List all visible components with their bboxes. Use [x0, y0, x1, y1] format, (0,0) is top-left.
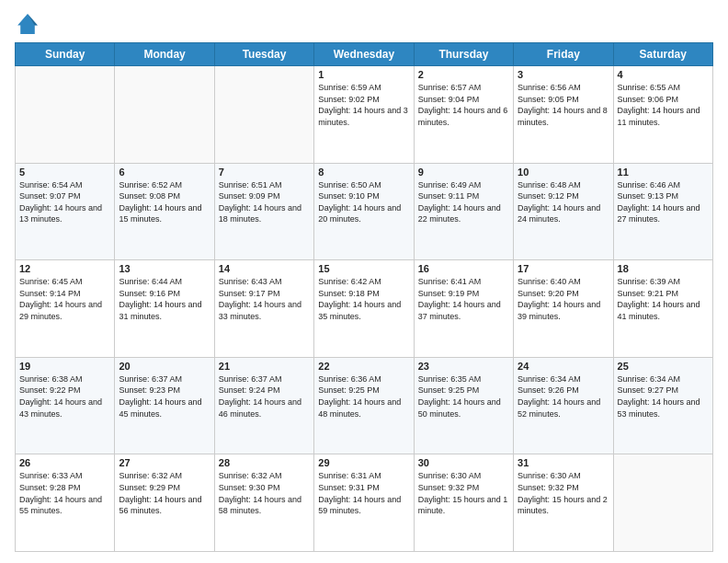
- calendar-cell: 27Sunrise: 6:32 AM Sunset: 9:29 PM Dayli…: [115, 454, 214, 552]
- day-number: 31: [518, 457, 609, 468]
- day-number: 23: [418, 361, 509, 372]
- weekday-wednesday: Wednesday: [314, 43, 414, 66]
- day-number: 18: [618, 263, 709, 274]
- cell-info: Sunrise: 6:34 AM Sunset: 9:27 PM Dayligh…: [618, 373, 709, 419]
- calendar-cell: 11Sunrise: 6:46 AM Sunset: 9:13 PM Dayli…: [613, 163, 712, 260]
- day-number: 2: [418, 69, 509, 80]
- day-number: 6: [119, 167, 210, 178]
- page: SundayMondayTuesdayWednesdayThursdayFrid…: [0, 0, 728, 563]
- cell-info: Sunrise: 6:36 AM Sunset: 9:25 PM Dayligh…: [318, 373, 409, 419]
- calendar-cell: 25Sunrise: 6:34 AM Sunset: 9:27 PM Dayli…: [613, 357, 712, 454]
- calendar-cell: 16Sunrise: 6:41 AM Sunset: 9:19 PM Dayli…: [414, 260, 513, 358]
- cell-info: Sunrise: 6:56 AM Sunset: 9:05 PM Dayligh…: [518, 82, 609, 128]
- day-number: 25: [618, 361, 709, 372]
- cell-info: Sunrise: 6:43 AM Sunset: 9:17 PM Dayligh…: [219, 276, 310, 322]
- day-number: 26: [19, 457, 110, 468]
- weekday-thursday: Thursday: [414, 43, 513, 66]
- day-number: 16: [418, 263, 509, 274]
- cell-info: Sunrise: 6:59 AM Sunset: 9:02 PM Dayligh…: [318, 82, 409, 128]
- calendar-cell: 24Sunrise: 6:34 AM Sunset: 9:26 PM Dayli…: [514, 357, 613, 454]
- cell-info: Sunrise: 6:55 AM Sunset: 9:06 PM Dayligh…: [618, 82, 709, 128]
- cell-info: Sunrise: 6:34 AM Sunset: 9:26 PM Dayligh…: [518, 373, 609, 419]
- weekday-tuesday: Tuesday: [214, 43, 313, 66]
- calendar-cell: 1Sunrise: 6:59 AM Sunset: 9:02 PM Daylig…: [314, 66, 414, 164]
- calendar-cell: 14Sunrise: 6:43 AM Sunset: 9:17 PM Dayli…: [214, 260, 313, 358]
- calendar-cell: [613, 454, 712, 552]
- cell-info: Sunrise: 6:32 AM Sunset: 9:29 PM Dayligh…: [119, 470, 210, 516]
- calendar-cell: 13Sunrise: 6:44 AM Sunset: 9:16 PM Dayli…: [115, 260, 214, 358]
- day-number: 15: [318, 263, 409, 274]
- cell-info: Sunrise: 6:52 AM Sunset: 9:08 PM Dayligh…: [119, 179, 210, 225]
- cell-info: Sunrise: 6:33 AM Sunset: 9:28 PM Dayligh…: [19, 470, 110, 516]
- calendar-cell: 12Sunrise: 6:45 AM Sunset: 9:14 PM Dayli…: [16, 260, 115, 358]
- cell-info: Sunrise: 6:54 AM Sunset: 9:07 PM Dayligh…: [19, 179, 110, 225]
- weekday-monday: Monday: [115, 43, 214, 66]
- cell-info: Sunrise: 6:45 AM Sunset: 9:14 PM Dayligh…: [19, 276, 110, 322]
- cell-info: Sunrise: 6:49 AM Sunset: 9:11 PM Dayligh…: [418, 179, 509, 225]
- calendar-cell: [16, 66, 115, 164]
- calendar-cell: 31Sunrise: 6:30 AM Sunset: 9:32 PM Dayli…: [514, 454, 613, 552]
- day-number: 28: [219, 457, 310, 468]
- calendar-cell: 28Sunrise: 6:32 AM Sunset: 9:30 PM Dayli…: [214, 454, 313, 552]
- cell-info: Sunrise: 6:46 AM Sunset: 9:13 PM Dayligh…: [618, 179, 709, 225]
- calendar-cell: 29Sunrise: 6:31 AM Sunset: 9:31 PM Dayli…: [314, 454, 414, 552]
- day-number: 24: [518, 361, 609, 372]
- calendar-cell: 22Sunrise: 6:36 AM Sunset: 9:25 PM Dayli…: [314, 357, 414, 454]
- day-number: 21: [219, 361, 310, 372]
- calendar-week-4: 19Sunrise: 6:38 AM Sunset: 9:22 PM Dayli…: [16, 357, 713, 454]
- day-number: 19: [19, 361, 110, 372]
- day-number: 30: [418, 457, 509, 468]
- calendar-cell: 21Sunrise: 6:37 AM Sunset: 9:24 PM Dayli…: [214, 357, 313, 454]
- calendar-cell: 8Sunrise: 6:50 AM Sunset: 9:10 PM Daylig…: [314, 163, 414, 260]
- cell-info: Sunrise: 6:38 AM Sunset: 9:22 PM Dayligh…: [19, 373, 110, 419]
- day-number: 3: [518, 69, 609, 80]
- calendar-cell: 23Sunrise: 6:35 AM Sunset: 9:25 PM Dayli…: [414, 357, 513, 454]
- day-number: 14: [219, 263, 310, 274]
- day-number: 9: [418, 167, 509, 178]
- day-number: 12: [19, 263, 110, 274]
- calendar-cell: 17Sunrise: 6:40 AM Sunset: 9:20 PM Dayli…: [514, 260, 613, 358]
- cell-info: Sunrise: 6:35 AM Sunset: 9:25 PM Dayligh…: [418, 373, 509, 419]
- calendar-week-3: 12Sunrise: 6:45 AM Sunset: 9:14 PM Dayli…: [16, 260, 713, 358]
- cell-info: Sunrise: 6:42 AM Sunset: 9:18 PM Dayligh…: [318, 276, 409, 322]
- calendar-cell: 5Sunrise: 6:54 AM Sunset: 9:07 PM Daylig…: [16, 163, 115, 260]
- cell-info: Sunrise: 6:50 AM Sunset: 9:10 PM Dayligh…: [318, 179, 409, 225]
- weekday-saturday: Saturday: [613, 43, 712, 66]
- calendar-cell: 3Sunrise: 6:56 AM Sunset: 9:05 PM Daylig…: [514, 66, 613, 164]
- cell-info: Sunrise: 6:41 AM Sunset: 9:19 PM Dayligh…: [418, 276, 509, 322]
- calendar-cell: 2Sunrise: 6:57 AM Sunset: 9:04 PM Daylig…: [414, 66, 513, 164]
- cell-info: Sunrise: 6:39 AM Sunset: 9:21 PM Dayligh…: [618, 276, 709, 322]
- calendar-week-2: 5Sunrise: 6:54 AM Sunset: 9:07 PM Daylig…: [16, 163, 713, 260]
- day-number: 17: [518, 263, 609, 274]
- cell-info: Sunrise: 6:40 AM Sunset: 9:20 PM Dayligh…: [518, 276, 609, 322]
- day-number: 22: [318, 361, 409, 372]
- day-number: 8: [318, 167, 409, 178]
- calendar-cell: 18Sunrise: 6:39 AM Sunset: 9:21 PM Dayli…: [613, 260, 712, 358]
- day-number: 1: [318, 69, 409, 80]
- calendar-cell: [214, 66, 313, 164]
- day-number: 20: [119, 361, 210, 372]
- day-number: 29: [318, 457, 409, 468]
- calendar-cell: 20Sunrise: 6:37 AM Sunset: 9:23 PM Dayli…: [115, 357, 214, 454]
- calendar-week-1: 1Sunrise: 6:59 AM Sunset: 9:02 PM Daylig…: [16, 66, 713, 164]
- logo-icon: [15, 11, 40, 37]
- cell-info: Sunrise: 6:37 AM Sunset: 9:23 PM Dayligh…: [119, 373, 210, 419]
- day-number: 5: [19, 167, 110, 178]
- cell-info: Sunrise: 6:57 AM Sunset: 9:04 PM Dayligh…: [418, 82, 509, 128]
- day-number: 10: [518, 167, 609, 178]
- cell-info: Sunrise: 6:32 AM Sunset: 9:30 PM Dayligh…: [219, 470, 310, 516]
- cell-info: Sunrise: 6:48 AM Sunset: 9:12 PM Dayligh…: [518, 179, 609, 225]
- calendar-week-5: 26Sunrise: 6:33 AM Sunset: 9:28 PM Dayli…: [16, 454, 713, 552]
- cell-info: Sunrise: 6:37 AM Sunset: 9:24 PM Dayligh…: [219, 373, 310, 419]
- logo: [15, 11, 44, 37]
- day-number: 7: [219, 167, 310, 178]
- weekday-sunday: Sunday: [16, 43, 115, 66]
- calendar-cell: 10Sunrise: 6:48 AM Sunset: 9:12 PM Dayli…: [514, 163, 613, 260]
- cell-info: Sunrise: 6:51 AM Sunset: 9:09 PM Dayligh…: [219, 179, 310, 225]
- calendar-cell: 9Sunrise: 6:49 AM Sunset: 9:11 PM Daylig…: [414, 163, 513, 260]
- calendar-cell: 19Sunrise: 6:38 AM Sunset: 9:22 PM Dayli…: [16, 357, 115, 454]
- calendar-cell: [115, 66, 214, 164]
- weekday-header-row: SundayMondayTuesdayWednesdayThursdayFrid…: [16, 43, 713, 66]
- calendar-table: SundayMondayTuesdayWednesdayThursdayFrid…: [15, 42, 713, 552]
- calendar-cell: 15Sunrise: 6:42 AM Sunset: 9:18 PM Dayli…: [314, 260, 414, 358]
